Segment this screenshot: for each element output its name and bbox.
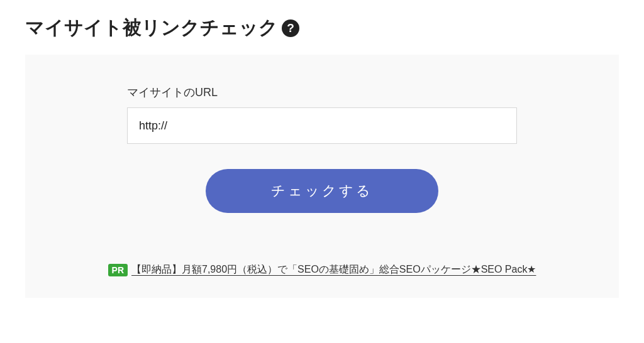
url-input[interactable] [127,107,517,144]
help-icon[interactable]: ? [282,19,299,37]
page-root: マイサイト被リンクチェック ? マイサイトのURL チェックする PR 【即納品… [0,0,644,298]
submit-row: チェックする [127,169,517,213]
form-card: マイサイトのURL チェックする PR 【即納品】月額7,980円（税込）で「S… [25,55,619,298]
title-row: マイサイト被リンクチェック ? [25,15,619,41]
pr-badge: PR [108,264,128,276]
form-inner: マイサイトのURL チェックする [127,85,517,213]
check-button[interactable]: チェックする [206,169,438,213]
pr-link[interactable]: 【即納品】月額7,980円（税込）で「SEOの基礎固め」総合SEOパッケージ★S… [131,263,536,276]
page-title: マイサイト被リンクチェック [25,15,278,41]
pr-row: PR 【即納品】月額7,980円（税込）で「SEOの基礎固め」総合SEOパッケー… [25,263,619,276]
url-field-label: マイサイトのURL [127,85,517,100]
